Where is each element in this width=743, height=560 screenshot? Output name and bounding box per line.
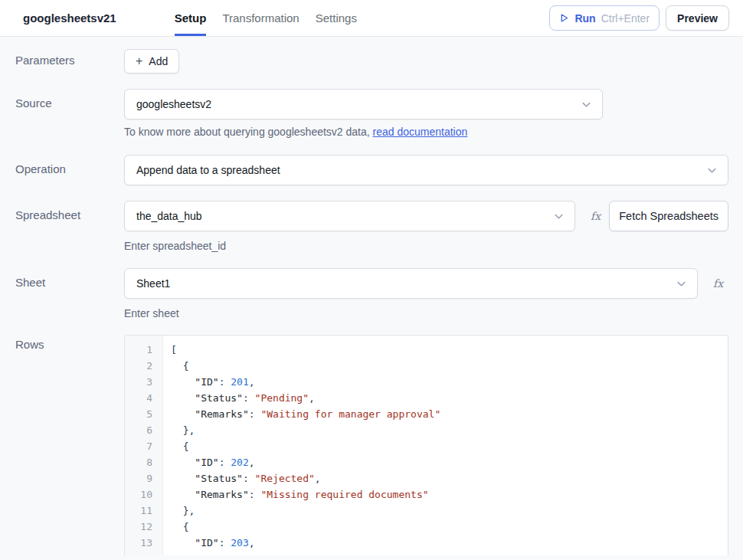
play-icon <box>559 13 569 23</box>
rows-code-editor[interactable]: 12345678910111213 [ { "ID": 201, "Status… <box>124 335 728 555</box>
spreadsheet-value: the_data_hub <box>136 210 202 222</box>
run-label: Run <box>574 12 595 25</box>
editor-code[interactable]: [ { "ID": 201, "Status": "Pending", "Rem… <box>163 336 728 555</box>
fx-toggle[interactable]: fx <box>713 277 723 290</box>
sheet-helper: Enter sheet <box>124 307 728 319</box>
tab-settings[interactable]: Settings <box>316 0 357 36</box>
tab-setup[interactable]: Setup <box>175 0 207 36</box>
sheet-label: Sheet <box>15 268 124 289</box>
operation-label: Operation <box>15 155 124 175</box>
source-select[interactable]: googlesheetsv2 <box>124 89 603 120</box>
editor-gutter: 12345678910111213 <box>125 336 163 555</box>
plus-icon: + <box>136 55 142 67</box>
operation-select[interactable]: Append data to a spreadsheet <box>124 155 728 185</box>
sheet-value: Sheet1 <box>136 277 170 290</box>
add-parameter-button[interactable]: + Add <box>124 49 179 74</box>
setup-panel: Parameters + Add Source googlesheetsv2 T… <box>0 37 743 560</box>
tabs: Setup Transformation Settings <box>175 0 357 36</box>
rows-label: Rows <box>15 335 124 351</box>
parameters-label: Parameters <box>15 49 124 67</box>
spreadsheet-label: Spreadsheet <box>15 201 124 221</box>
read-documentation-link[interactable]: read documentation <box>373 126 468 138</box>
source-helper-text: To know more about querying googlesheets… <box>124 126 370 138</box>
chevron-down-icon <box>553 211 565 222</box>
spreadsheet-select[interactable]: the_data_hub <box>124 201 575 231</box>
source-label: Source <box>15 89 124 110</box>
chevron-down-icon <box>706 165 718 176</box>
topbar: googlesheetsv21 Setup Transformation Set… <box>0 0 743 37</box>
sheet-select[interactable]: Sheet1 <box>124 268 698 299</box>
topbar-actions: Run Ctrl+Enter Preview <box>549 5 729 31</box>
fetch-spreadsheets-button[interactable]: Fetch Spreadsheets <box>609 201 728 231</box>
add-label: Add <box>149 55 168 67</box>
tab-transformation[interactable]: Transformation <box>222 0 299 36</box>
operation-value: Append data to a spreadsheet <box>136 164 280 176</box>
spreadsheet-helper: Enter spreadsheet_id <box>124 240 728 252</box>
run-shortcut: Ctrl+Enter <box>601 12 650 25</box>
fx-toggle[interactable]: fx <box>591 210 601 222</box>
run-button[interactable]: Run Ctrl+Enter <box>549 5 660 31</box>
query-name[interactable]: googlesheetsv21 <box>23 11 116 25</box>
preview-button[interactable]: Preview <box>666 5 729 31</box>
source-helper: To know more about querying googlesheets… <box>124 126 728 138</box>
chevron-down-icon <box>676 278 687 290</box>
source-value: googlesheetsv2 <box>136 98 211 110</box>
chevron-down-icon <box>581 99 592 110</box>
